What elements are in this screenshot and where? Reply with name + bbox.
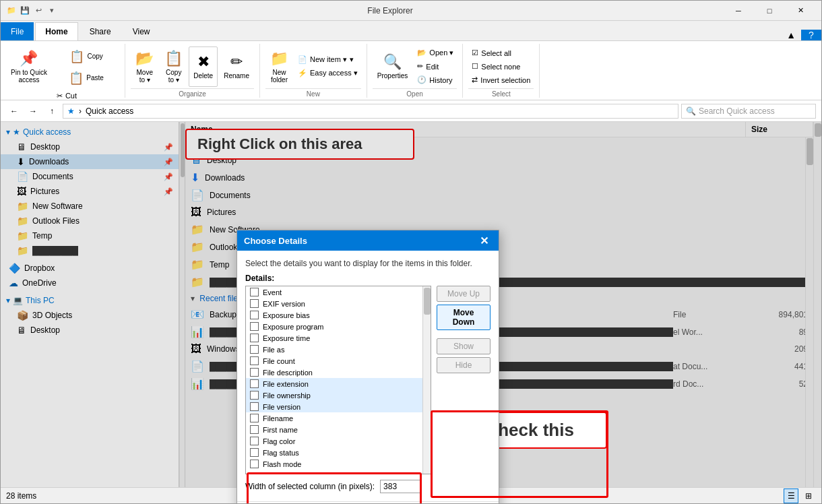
new-label: New [265, 88, 361, 98]
address-star: ★ [67, 106, 75, 116]
ribbon-group-new: 📁 New folder 📄 New item ▾ ▾ ⚡ Easy acces… [260, 44, 367, 98]
dropdown-icon[interactable]: ▾ [46, 5, 57, 16]
checkbox-file-extension[interactable] [250, 379, 259, 388]
width-input[interactable] [380, 480, 420, 493]
status-items-count: 28 items [6, 491, 36, 501]
detail-item-file-ownership[interactable]: File ownership [246, 389, 431, 401]
checkbox-filename[interactable] [250, 414, 259, 422]
undo-icon[interactable]: ↩ [33, 5, 44, 16]
up-button[interactable]: ↑ [44, 103, 60, 119]
dialog-footer: OK Cancel [237, 501, 499, 504]
open-content: 🔍 Properties 📂 Open ▾ ✏ Edit 🕐 History [373, 44, 457, 88]
rename-button[interactable]: ✏ Rename [219, 46, 254, 87]
move-up-button[interactable]: Move Up [437, 286, 491, 302]
checkbox-flash-mode[interactable] [250, 460, 259, 468]
dialog-width-row: Width of selected column (in pixels): [245, 480, 491, 493]
dialog-close-button[interactable]: ✕ [476, 232, 492, 249]
close-button[interactable]: ✕ [785, 1, 816, 21]
new-item-col: 📄 New item ▾ ▾ ⚡ Easy access ▾ [294, 46, 361, 87]
tab-view[interactable]: View [123, 22, 160, 40]
easy-access-button[interactable]: ⚡ Easy access ▾ [294, 67, 361, 80]
checkbox-file-as[interactable] [250, 345, 259, 354]
save-icon[interactable]: 💾 [20, 5, 30, 16]
detail-item-file-count[interactable]: File count [246, 355, 431, 367]
copy-to-button[interactable]: 📋 Copy to ▾ [160, 46, 187, 87]
open-button[interactable]: 📂 Open ▾ [414, 46, 457, 59]
help-button[interactable]: ? [801, 30, 821, 40]
detail-item-file-extension[interactable]: File extension [246, 378, 431, 389]
detail-item-event[interactable]: Event [246, 286, 431, 298]
ribbon-group-organize: 📂 Move to ▾ 📋 Copy to ▾ ✖ Delete ✏ Renam… [125, 44, 260, 98]
detail-item-flag-color[interactable]: Flag color [246, 435, 431, 447]
detail-item-exposure-bias[interactable]: Exposure bias [246, 309, 431, 321]
new-item-icon: 📄 [298, 55, 307, 64]
select-all-button[interactable]: ☑ Select all [468, 46, 534, 59]
ribbon-collapse[interactable]: ▲ [781, 30, 801, 40]
dialog-details-row: Event EXIF version Exposure bias [245, 286, 491, 474]
detail-item-file-version[interactable]: File version [246, 401, 431, 412]
minimize-button[interactable]: ─ [723, 1, 754, 21]
copy-button[interactable]: 📋 Copy [53, 46, 119, 67]
cut-icon: ✂ [57, 92, 63, 100]
delete-button[interactable]: ✖ Delete [189, 46, 218, 87]
forward-button[interactable]: → [25, 103, 41, 119]
detail-item-file-description[interactable]: File description [246, 367, 431, 378]
properties-icon: 🔍 [383, 53, 402, 71]
dialog-body: Select the details you want to display f… [237, 251, 499, 501]
checkbox-exif[interactable] [250, 299, 259, 308]
copy-icon: 📋 [69, 49, 84, 64]
paste-icon: 📋 [69, 71, 84, 86]
details-list-scrollbar[interactable] [422, 286, 431, 474]
checkbox-flag-status[interactable] [250, 448, 259, 457]
checkbox-first-name[interactable] [250, 425, 259, 434]
details-list-container[interactable]: Event EXIF version Exposure bias [245, 286, 431, 474]
checkbox-file-version[interactable] [250, 402, 259, 411]
detail-item-exposure-time[interactable]: Exposure time [246, 332, 431, 344]
detail-item-first-name[interactable]: First name [246, 424, 431, 435]
properties-button[interactable]: 🔍 Properties [373, 46, 413, 87]
checkbox-exposure-program[interactable] [250, 322, 259, 331]
tab-home[interactable]: Home [35, 22, 77, 40]
checkbox-file-description[interactable] [250, 368, 259, 377]
open-group-label: Open [373, 88, 457, 98]
search-box[interactable]: 🔍 Search Quick access [681, 104, 816, 119]
checkbox-exposure-time[interactable] [250, 334, 259, 342]
new-content: 📁 New folder 📄 New item ▾ ▾ ⚡ Easy acces… [265, 44, 361, 88]
tab-file[interactable]: File [1, 22, 34, 40]
edit-icon: ✏ [417, 62, 423, 71]
move-down-button[interactable]: Move Down [437, 305, 491, 330]
organize-label: Organize [131, 88, 254, 98]
detail-item-file-as[interactable]: File as [246, 344, 431, 355]
checkbox-flag-color[interactable] [250, 437, 259, 445]
detail-item-flash-mode[interactable]: Flash mode [246, 458, 431, 470]
dialog-overlay: Choose Details ✕ Select the details you … [1, 122, 821, 487]
maximize-button[interactable]: □ [754, 1, 785, 21]
detail-item-exposure-program[interactable]: Exposure program [246, 321, 431, 332]
select-none-button[interactable]: ☐ Select none [468, 60, 534, 73]
pin-to-quick-access-button[interactable]: 📌 Pin to Quick access [6, 46, 52, 87]
checkbox-file-count[interactable] [250, 356, 259, 365]
history-button[interactable]: 🕐 History [414, 73, 457, 86]
details-view-button[interactable]: ☰ [784, 489, 798, 503]
dialog-description: Select the details you want to display f… [245, 259, 491, 268]
checkbox-file-ownership[interactable] [250, 391, 259, 400]
checkbox-exposure-bias[interactable] [250, 311, 259, 319]
hide-button[interactable]: Hide [437, 357, 491, 373]
new-item-button[interactable]: 📄 New item ▾ ▾ [294, 53, 361, 66]
show-button[interactable]: Show [437, 338, 491, 354]
edit-button[interactable]: ✏ Edit [414, 60, 457, 73]
invert-selection-button[interactable]: ⇄ Invert selection [468, 73, 534, 86]
address-box[interactable]: ★ › Quick access [63, 104, 678, 119]
ribbon-tabs: File Home Share View ▲ ? [1, 21, 821, 41]
detail-item-flag-status[interactable]: Flag status [246, 447, 431, 458]
large-icons-view-button[interactable]: ⊞ [801, 489, 816, 503]
paste-button[interactable]: 📋 Paste [53, 68, 119, 88]
copy-to-icon: 📋 [164, 50, 183, 67]
detail-item-filename[interactable]: Filename [246, 412, 431, 424]
new-folder-button[interactable]: 📁 New folder [265, 46, 293, 87]
move-to-button[interactable]: 📂 Move to ▾ [131, 46, 158, 87]
back-button[interactable]: ← [6, 103, 22, 119]
tab-share[interactable]: Share [80, 22, 121, 40]
detail-item-exif[interactable]: EXIF version [246, 298, 431, 309]
checkbox-event[interactable] [250, 288, 259, 296]
